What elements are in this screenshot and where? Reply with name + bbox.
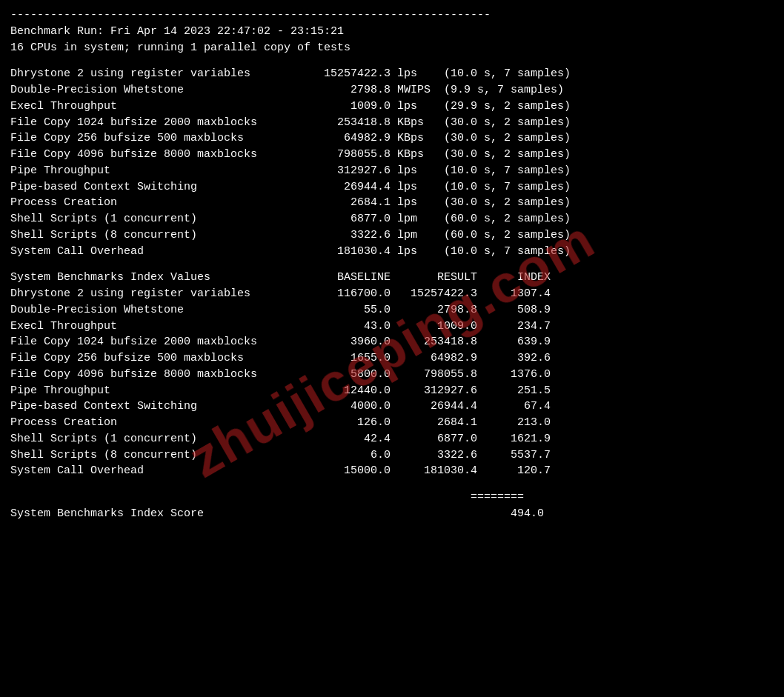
raw-result-row: System Call Overhead 181030.4 lps (10.0 …	[10, 244, 774, 260]
index-result-row: Process Creation 126.0 2684.1 213.0	[10, 415, 774, 431]
terminal-output: ----------------------------------------…	[10, 7, 774, 522]
equals-separator: ========	[10, 490, 774, 506]
score-section: ========System Benchmarks Index Score 49…	[10, 490, 774, 522]
raw-result-row: Shell Scripts (8 concurrent) 3322.6 lpm …	[10, 227, 774, 244]
raw-results-section: Dhrystone 2 using register variables 152…	[10, 66, 774, 259]
raw-result-row: Shell Scripts (1 concurrent) 6877.0 lpm …	[10, 211, 774, 227]
index-result-row: Pipe Throughput 12440.0 312927.6 251.5	[10, 383, 774, 399]
index-result-row: File Copy 256 bufsize 500 maxblocks 1655…	[10, 350, 774, 367]
raw-result-row: Dhrystone 2 using register variables 152…	[10, 66, 774, 82]
raw-result-row: Pipe-based Context Switching 26944.4 lps…	[10, 179, 774, 196]
index-result-row: Execl Throughput 43.0 1009.0 234.7	[10, 319, 774, 335]
benchmark-run-line: Benchmark Run: Fri Apr 14 2023 22:47:02 …	[10, 24, 774, 40]
index-result-row: Pipe-based Context Switching 4000.0 2694…	[10, 398, 774, 415]
raw-result-row: Pipe Throughput 312927.6 lps (10.0 s, 7 …	[10, 163, 774, 179]
raw-result-row: Double-Precision Whetstone 2798.8 MWIPS …	[10, 82, 774, 99]
raw-result-row: Execl Throughput 1009.0 lps (29.9 s, 2 s…	[10, 99, 774, 115]
index-result-row: Shell Scripts (1 concurrent) 42.4 6877.0…	[10, 431, 774, 447]
index-result-row: System Call Overhead 15000.0 181030.4 12…	[10, 463, 774, 479]
index-result-row: Shell Scripts (8 concurrent) 6.0 3322.6 …	[10, 447, 774, 464]
cpu-info-line: 16 CPUs in system; running 1 parallel co…	[10, 40, 774, 56]
index-result-row: File Copy 4096 bufsize 8000 maxblocks 58…	[10, 367, 774, 383]
raw-result-row: Process Creation 2684.1 lps (30.0 s, 2 s…	[10, 195, 774, 211]
index-result-row: Dhrystone 2 using register variables 116…	[10, 286, 774, 302]
index-result-row: File Copy 1024 bufsize 2000 maxblocks 39…	[10, 334, 774, 350]
raw-result-row: File Copy 256 bufsize 500 maxblocks 6498…	[10, 130, 774, 147]
raw-result-row: File Copy 4096 bufsize 8000 maxblocks 79…	[10, 147, 774, 163]
top-separator: ----------------------------------------…	[10, 7, 774, 24]
index-section: System Benchmarks Index Values BASELINE …	[10, 270, 774, 479]
index-header-row: System Benchmarks Index Values BASELINE …	[10, 270, 774, 286]
score-line: System Benchmarks Index Score 494.0	[10, 506, 774, 522]
index-result-row: Double-Precision Whetstone 55.0 2798.8 5…	[10, 302, 774, 319]
raw-result-row: File Copy 1024 bufsize 2000 maxblocks 25…	[10, 115, 774, 131]
